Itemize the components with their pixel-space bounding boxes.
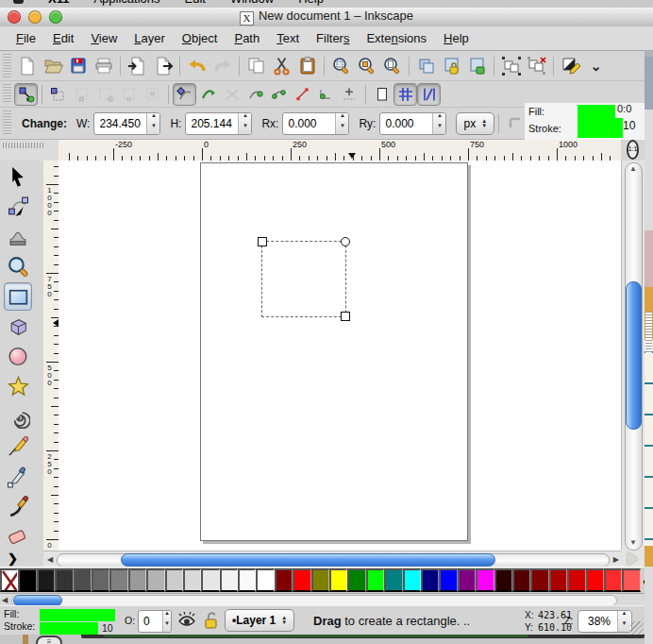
vertical-ruler[interactable]: 02 5 05 0 07 5 01 0 0 0: [43, 161, 59, 551]
palette-scroll-left-icon[interactable]: ◀: [2, 596, 8, 604]
palette-swatch[interactable]: [183, 568, 201, 592]
redo-button[interactable]: [209, 53, 235, 78]
palette-swatch[interactable]: [128, 568, 146, 592]
ry-field[interactable]: ▲▼: [379, 112, 446, 135]
opacity-field[interactable]: ▲▼: [138, 610, 172, 633]
width-input[interactable]: [94, 117, 146, 130]
snap-bbox-button[interactable]: [46, 83, 70, 106]
palette-swatch[interactable]: [421, 568, 439, 592]
layer-selector[interactable]: •Layer 1 ▲▼: [225, 609, 294, 632]
snap-smooth-nodes-button[interactable]: [267, 83, 291, 106]
unlink-clone-button[interactable]: [464, 53, 490, 78]
palette-swatch[interactable]: [586, 568, 604, 592]
height-field[interactable]: ▲▼: [185, 112, 252, 135]
palette-swatch[interactable]: [622, 568, 640, 592]
scroll-down-icon[interactable]: ▼: [629, 538, 637, 547]
palette-swatch[interactable]: [530, 568, 548, 592]
palette-swatch[interactable]: [74, 568, 92, 592]
snap-object-centers-button[interactable]: [314, 83, 338, 106]
create-clone-button[interactable]: [439, 53, 464, 78]
palette-swatch[interactable]: [384, 568, 402, 592]
snap-paths-button[interactable]: [196, 83, 220, 106]
palette-scroll-right-button[interactable]: [621, 551, 645, 567]
handle-bottom-right[interactable]: [341, 312, 350, 321]
menu-filters[interactable]: Filters: [308, 28, 358, 48]
snap-cusp-nodes-button[interactable]: [243, 83, 267, 106]
layer-visibility-button[interactable]: [177, 611, 196, 630]
palette-swatch[interactable]: [567, 568, 585, 592]
palette-swatch[interactable]: [201, 568, 219, 592]
snap-bbox-corner-button[interactable]: [93, 83, 117, 106]
snap-page-border-button[interactable]: [370, 83, 393, 106]
mac-menu-edit[interactable]: Edit: [185, 0, 206, 6]
snap-midpoints-button[interactable]: [291, 83, 314, 106]
overflow-chevron-button[interactable]: ⌄: [583, 53, 609, 78]
tool-calligraphy[interactable]: [4, 493, 32, 521]
toolbox-overflow-button[interactable]: ❯: [8, 551, 18, 566]
palette-swatch[interactable]: [293, 568, 310, 592]
menu-layer[interactable]: Layer: [126, 28, 174, 48]
palette-swatch[interactable]: [366, 568, 384, 592]
tool-node-editor[interactable]: [4, 193, 32, 221]
ry-input[interactable]: [380, 117, 432, 130]
tool-bezier-pen[interactable]: [4, 463, 32, 491]
snap-bbox-edge-button[interactable]: [70, 83, 93, 106]
fill-swatch[interactable]: [40, 609, 115, 621]
rx-input[interactable]: [283, 117, 335, 130]
units-dropdown[interactable]: px▲▼: [456, 112, 494, 135]
export-button[interactable]: [150, 53, 176, 78]
opacity-spinner[interactable]: ▲▼: [162, 611, 171, 632]
snap-guides-button[interactable]: [417, 83, 441, 106]
zoom-input[interactable]: [578, 615, 617, 628]
tool-rectangle[interactable]: [4, 282, 32, 311]
palette-swatch[interactable]: [109, 568, 127, 592]
mac-menu-applications[interactable]: Applications: [93, 0, 159, 6]
new-document-button[interactable]: [14, 53, 40, 78]
horizontal-scrollbar[interactable]: ◀ ▶: [43, 551, 621, 568]
tool-selector[interactable]: [4, 162, 32, 191]
snap-rotation-center-button[interactable]: [338, 83, 361, 106]
palette-swatch[interactable]: [37, 568, 55, 592]
snap-path-intersections-button[interactable]: [220, 83, 243, 106]
group-button[interactable]: [498, 53, 524, 78]
rectangle-rubberband[interactable]: [261, 241, 346, 317]
tool-zoom[interactable]: [4, 252, 32, 280]
layer-lock-button[interactable]: [202, 611, 220, 630]
rx-field[interactable]: ▲▼: [282, 112, 349, 135]
zoom-page-button[interactable]: [379, 53, 405, 78]
palette-swatch[interactable]: [55, 568, 73, 592]
tool-ellipse[interactable]: [4, 343, 32, 371]
scroll-up-icon[interactable]: ▲: [629, 164, 637, 173]
palette-swatch[interactable]: [476, 568, 494, 592]
palette-swatch[interactable]: [238, 568, 256, 592]
print-button[interactable]: [91, 53, 116, 78]
tool-spiral[interactable]: [4, 402, 32, 431]
snap-bbox-center-button[interactable]: [141, 83, 164, 106]
tool-eraser[interactable]: [4, 523, 32, 551]
mac-menu-help[interactable]: Help: [298, 0, 324, 6]
menu-extensions[interactable]: Extensions: [358, 28, 435, 48]
ry-spinner[interactable]: ▲▼: [432, 113, 445, 134]
paste-button[interactable]: [294, 53, 320, 78]
snap-enable-button[interactable]: [14, 83, 38, 106]
opacity-input[interactable]: [139, 615, 162, 628]
width-field[interactable]: ▲▼: [93, 112, 160, 135]
palette-swatch[interactable]: [604, 568, 622, 592]
width-spinner[interactable]: ▲▼: [146, 113, 159, 134]
import-button[interactable]: [125, 53, 150, 78]
palette-swatch[interactable]: [347, 568, 365, 592]
zoom-1-1-button[interactable]: 1:1: [621, 139, 645, 161]
copy-button[interactable]: [243, 53, 269, 78]
handle-top-right[interactable]: [341, 237, 350, 246]
menu-path[interactable]: Path: [226, 28, 268, 48]
fill-stroke-editor-button[interactable]: [558, 53, 583, 78]
menu-object[interactable]: Object: [174, 28, 226, 48]
duplicate-button[interactable]: [413, 53, 439, 78]
palette-swatch[interactable]: [439, 568, 457, 592]
canvas[interactable]: [59, 161, 621, 551]
toolbar-grip[interactable]: [3, 110, 11, 135]
open-document-button[interactable]: [40, 53, 65, 78]
hscroll-thumb[interactable]: [121, 553, 495, 567]
palette-swatch[interactable]: [549, 568, 567, 592]
menu-view[interactable]: View: [82, 28, 126, 48]
